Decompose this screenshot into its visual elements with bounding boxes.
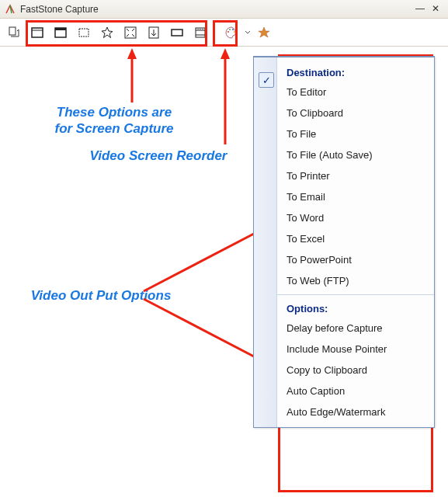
capture-doc-button[interactable]	[3, 22, 25, 43]
svg-point-13	[200, 28, 200, 29]
svg-point-17	[232, 29, 234, 30]
menu-item-to-editor[interactable]: To Editor	[277, 82, 434, 103]
menu-item-to-email[interactable]: To Email	[277, 186, 434, 207]
palette-dropdown-arrow-icon[interactable]	[244, 22, 252, 43]
menu-item-to-web-ftp[interactable]: To Web (FTP)	[277, 270, 434, 291]
capture-window-button[interactable]	[26, 22, 48, 43]
app-logo-icon	[5, 4, 16, 15]
minimize-button[interactable]: —	[412, 3, 428, 16]
finder-button[interactable]	[253, 22, 275, 43]
capture-freehand-button[interactable]	[96, 22, 118, 43]
menu-item-to-clipboard[interactable]: To Clipboard	[277, 103, 434, 123]
menu-item-to-file-autosave[interactable]: To File (Auto Save)	[277, 144, 434, 165]
svg-rect-4	[55, 28, 66, 30]
window-title: FastStone Capture	[20, 4, 412, 15]
svg-line-23	[144, 225, 270, 291]
capture-fixed-button[interactable]	[166, 22, 188, 43]
svg-rect-8	[172, 30, 182, 36]
arrow-video-icon	[217, 48, 233, 146]
annotation-capture: These Options are for Screen Capture	[33, 104, 196, 137]
palette-button[interactable]	[221, 22, 242, 43]
close-button[interactable]: ✕	[428, 3, 443, 16]
check-icon: ✓	[259, 72, 274, 88]
menu-separator	[277, 294, 434, 295]
menu-header-destination: Destination:	[277, 62, 434, 82]
capture-fullscreen-button[interactable]	[120, 22, 141, 43]
toolbar	[0, 19, 448, 47]
svg-line-25	[144, 299, 270, 365]
menu-item-copy-clipboard[interactable]: Copy to Clipboard	[277, 360, 434, 381]
svg-point-18	[234, 31, 235, 33]
svg-point-15	[227, 31, 229, 33]
title-bar: FastStone Capture — ✕	[0, 0, 448, 19]
svg-point-14	[202, 28, 203, 29]
menu-item-mouse-pointer[interactable]: Include Mouse Pointer	[277, 339, 434, 360]
menu-item-to-printer[interactable]: To Printer	[277, 165, 434, 186]
menu-gutter	[254, 57, 277, 427]
menu-item-to-file[interactable]: To File	[277, 123, 434, 144]
video-recorder-button[interactable]	[189, 22, 211, 43]
svg-rect-0	[9, 27, 16, 35]
capture-scroll-button[interactable]	[143, 22, 165, 43]
menu-item-to-powerpoint[interactable]: To PowerPoint	[277, 249, 434, 270]
capture-region-button[interactable]	[73, 22, 95, 43]
menu-item-delay[interactable]: Delay before Capture	[277, 318, 434, 339]
menu-header-options: Options:	[277, 298, 434, 318]
svg-point-12	[197, 28, 198, 29]
svg-point-16	[229, 29, 231, 30]
annotation-output: Video Out Put Options	[12, 287, 190, 304]
destination-menu: Destination: To Editor To Clipboard To F…	[253, 56, 435, 428]
capture-object-button[interactable]	[50, 22, 71, 43]
menu-item-auto-caption[interactable]: Auto Caption	[277, 381, 434, 401]
svg-rect-5	[79, 29, 89, 36]
menu-item-to-excel[interactable]: To Excel	[277, 228, 434, 249]
arrow-capture-icon	[124, 48, 140, 104]
svg-rect-1	[32, 28, 43, 37]
svg-marker-20	[127, 48, 137, 59]
annotation-video: Video Screen Reorder	[73, 148, 244, 164]
svg-marker-22	[221, 48, 230, 59]
menu-item-auto-edge[interactable]: Auto Edge/Watermark	[277, 401, 434, 422]
menu-item-to-word[interactable]: To Word	[277, 207, 434, 228]
